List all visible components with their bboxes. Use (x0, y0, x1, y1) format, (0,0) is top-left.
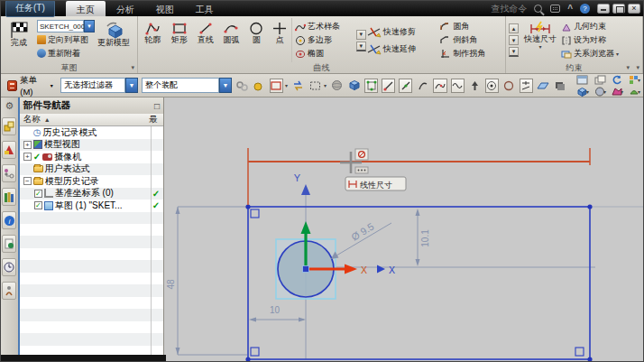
search-icon[interactable] (534, 5, 542, 13)
line-button[interactable]: 直线 (193, 18, 218, 62)
ellipse-button[interactable]: 椭圆 (295, 48, 355, 60)
tree-row-model-history[interactable]: − 模型历史记录 (20, 175, 163, 188)
expander-plus-icon[interactable]: + (23, 141, 32, 149)
select-rectangle-icon[interactable] (270, 79, 283, 93)
tree-row-cameras[interactable]: + ✓ 摄像机 (20, 151, 163, 163)
minimize-ribbon-icon[interactable]: ^ (567, 4, 573, 14)
circle-snap-icon[interactable] (502, 79, 516, 93)
selection-filter-combo[interactable]: 无选择过滤器 ▼ (60, 78, 138, 93)
selection-filter-dropdown-icon[interactable]: ▼ (125, 78, 138, 93)
window-icon[interactable] (576, 75, 589, 85)
update-model-button[interactable]: 更新模型 (97, 18, 131, 62)
circled-point-icon[interactable] (485, 79, 499, 93)
vertex-bottom-left[interactable] (245, 357, 250, 361)
chamfer-button[interactable]: 倒斜角 (439, 34, 503, 47)
tree-row-datum-csys[interactable]: ✓ 基准坐标系 (0) ✓ (20, 188, 163, 200)
navigator-column-header[interactable]: 名称 ▲ 最 (20, 114, 163, 126)
fillet-button[interactable]: 圆角 (439, 21, 503, 33)
expander-plus-icon[interactable]: + (23, 153, 32, 161)
roles-gear-icon[interactable]: ⚙ (5, 100, 14, 112)
sketch-surface-icon[interactable] (537, 79, 550, 93)
shaded-view-icon[interactable]: ▾ (612, 87, 623, 97)
help-icon[interactable]: ? (580, 4, 590, 14)
ribbon-overflow-icon[interactable]: ▾ (636, 64, 639, 71)
constraint-navigator-icon[interactable] (2, 141, 16, 159)
work-part-cube-icon[interactable] (347, 79, 361, 93)
rectangle-button[interactable]: 矩形 (165, 18, 192, 62)
constraint-scroll-down-icon[interactable]: ▾ (509, 35, 519, 45)
dim-height-text[interactable]: 10.1 (420, 229, 430, 247)
layers-stack-icon[interactable] (554, 79, 567, 93)
constraint-expand-icon[interactable]: ▾ (509, 47, 519, 57)
rapid-dimension-button[interactable]: 快速尺寸 ▾ (520, 18, 561, 62)
tab-home[interactable]: 主页 (66, 1, 106, 16)
endpoint-snap-icon[interactable] (382, 79, 395, 93)
orient-cube-icon[interactable]: ▾ (576, 87, 589, 97)
reverse-selection-icon[interactable] (291, 79, 305, 93)
sort-ascending-icon[interactable]: ▲ (44, 116, 51, 123)
geometric-constraints-button[interactable]: 几何约束 (561, 21, 639, 33)
graphics-window[interactable]: 48 (164, 97, 643, 362)
sketch-group-launcher-icon[interactable]: ▾ (131, 64, 134, 71)
render-style-icon[interactable]: ▾ (594, 87, 606, 97)
dimension-10-1[interactable]: 10.1 (416, 209, 431, 266)
dimension-diameter[interactable]: Ø 9.5 (331, 220, 391, 259)
point-on-curve-icon[interactable] (520, 79, 533, 93)
expander-minus-icon[interactable]: − (23, 177, 32, 185)
render-style-dropdown-icon[interactable]: ▾ (603, 88, 606, 95)
cascade-window-icon[interactable] (594, 75, 606, 85)
tab-analysis[interactable]: 分析 (106, 1, 145, 16)
snap-ball-icon[interactable] (253, 79, 266, 93)
relations-browser-dropdown-icon[interactable]: ▾ (616, 51, 619, 57)
studio-spline-button[interactable]: 艺术样条 (295, 21, 355, 33)
panel-pin-icon[interactable]: □ (154, 101, 160, 111)
command-finder-icon[interactable] (550, 5, 560, 13)
make-symmetric-button[interactable]: 设为对称 (561, 34, 639, 47)
grid-dropdown-icon[interactable]: ▾ (638, 77, 640, 83)
tree-row-sketch[interactable]: ✓ 草图 (1) "SKET... ✓ (20, 200, 163, 212)
midpoint-snap-icon[interactable] (399, 79, 412, 93)
sketch-name-dropdown-icon[interactable]: ▼ (84, 20, 95, 32)
tree-row-model-views[interactable]: + 模型视图 (20, 139, 163, 152)
constraint-scroll-up-icon[interactable]: ▴ (509, 23, 519, 33)
extra-column-header[interactable]: 最 (150, 114, 159, 125)
shaded-view-dropdown-icon[interactable]: ▾ (621, 88, 623, 95)
tab-tools[interactable]: 工具 (185, 1, 225, 16)
dimension-10[interactable]: 10 (249, 305, 306, 322)
close-button[interactable]: × (628, 4, 640, 14)
gallery-expand-icon[interactable]: ▾ (356, 42, 366, 51)
minimize-button[interactable] (597, 4, 610, 14)
dim-diameter-text[interactable]: Ø 9.5 (349, 220, 375, 242)
relations-browser-button[interactable]: 关系浏览器 ▾ (561, 48, 639, 60)
command-finder-input[interactable]: 查找命令 (491, 3, 527, 15)
curve-snap-icon[interactable] (416, 79, 429, 93)
history-palette-icon[interactable] (2, 235, 16, 253)
refresh-icon[interactable] (612, 75, 623, 85)
grid-icon[interactable]: ▾ (629, 75, 640, 85)
process-studio-icon[interactable] (2, 282, 16, 300)
constraint-group-launcher-icon[interactable]: ▾ (626, 64, 630, 71)
reattach-button[interactable]: 重新附着 (37, 47, 95, 60)
history-clock-icon[interactable] (2, 258, 16, 276)
lasso-icon[interactable] (308, 79, 322, 93)
spline-point-icon[interactable] (433, 79, 446, 93)
menu-button[interactable]: 菜单(M) ▾ (4, 73, 57, 98)
quick-extend-button[interactable]: 快速延伸 (367, 42, 440, 55)
tab-view[interactable]: 视图 (145, 1, 185, 16)
finish-sketch-button[interactable]: 完成 (3, 18, 35, 62)
lasso-dropdown-icon[interactable]: ▾ (324, 82, 327, 88)
vertex-bottom-right[interactable] (587, 357, 592, 361)
gallery-scroll-down-icon[interactable]: ▾ (356, 30, 366, 40)
sketch-checkbox[interactable]: ✓ (34, 201, 42, 209)
assembly-navigator-icon[interactable] (2, 117, 16, 135)
quick-trim-button[interactable]: 快速修剪 (367, 25, 440, 38)
highlight-selection-icon[interactable] (235, 79, 249, 93)
tree-row-user-expressions[interactable]: 用户表达式 (20, 163, 163, 176)
vertex-top-right[interactable] (587, 204, 592, 209)
effects-dropdown-icon[interactable]: ▾ (638, 88, 640, 95)
sphere-select-icon[interactable] (330, 79, 344, 93)
circle-button[interactable]: 圆 (244, 18, 269, 62)
sketch-name-combo[interactable]: SKETCH_000 ▼ (37, 20, 95, 32)
profile-button[interactable]: 轮廓 (140, 18, 165, 62)
effects-icon[interactable]: ▾ (629, 87, 640, 97)
